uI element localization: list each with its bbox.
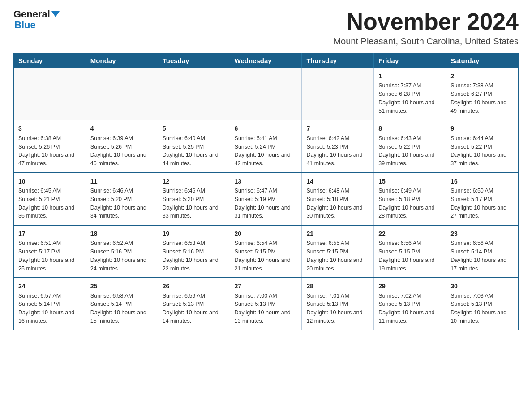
day-number: 29 (378, 282, 441, 291)
calendar-cell: 6Sunrise: 6:41 AM Sunset: 5:24 PM Daylig… (230, 120, 302, 172)
calendar-cell (14, 68, 86, 120)
day-info: Sunrise: 7:00 AM Sunset: 5:13 PM Dayligh… (235, 292, 297, 325)
calendar-header-cell: Saturday (446, 53, 518, 68)
calendar-header-cell: Sunday (14, 53, 86, 68)
calendar-cell: 19Sunrise: 6:53 AM Sunset: 5:16 PM Dayli… (158, 226, 230, 277)
calendar-header-cell: Thursday (302, 53, 374, 68)
calendar-cell: 21Sunrise: 6:55 AM Sunset: 5:15 PM Dayli… (302, 226, 374, 277)
calendar-header-cell: Monday (86, 53, 158, 68)
calendar-cell: 5Sunrise: 6:40 AM Sunset: 5:25 PM Daylig… (158, 120, 230, 172)
day-info: Sunrise: 7:38 AM Sunset: 6:27 PM Dayligh… (450, 81, 514, 115)
calendar-header-cell: Tuesday (158, 53, 230, 68)
calendar-cell: 28Sunrise: 7:01 AM Sunset: 5:13 PM Dayli… (302, 278, 374, 330)
day-info: Sunrise: 7:03 AM Sunset: 5:13 PM Dayligh… (450, 292, 514, 325)
calendar-cell: 2Sunrise: 7:38 AM Sunset: 6:27 PM Daylig… (446, 68, 518, 120)
calendar-cell (158, 68, 230, 120)
calendar-header: SundayMondayTuesdayWednesdayThursdayFrid… (14, 53, 518, 68)
calendar-cell: 10Sunrise: 6:45 AM Sunset: 5:21 PM Dayli… (14, 173, 86, 225)
location-subtitle: Mount Pleasant, South Carolina, United S… (333, 36, 519, 47)
day-number: 22 (378, 229, 441, 238)
day-number: 4 (90, 124, 153, 133)
calendar-cell: 25Sunrise: 6:58 AM Sunset: 5:14 PM Dayli… (86, 278, 158, 330)
calendar-row: 1Sunrise: 7:37 AM Sunset: 6:28 PM Daylig… (14, 68, 518, 120)
day-number: 12 (163, 177, 225, 186)
day-info: Sunrise: 6:49 AM Sunset: 5:18 PM Dayligh… (378, 187, 441, 220)
day-number: 16 (450, 177, 514, 186)
calendar-cell: 17Sunrise: 6:51 AM Sunset: 5:17 PM Dayli… (14, 226, 86, 277)
day-info: Sunrise: 6:56 AM Sunset: 5:15 PM Dayligh… (378, 239, 441, 273)
calendar-cell: 16Sunrise: 6:50 AM Sunset: 5:17 PM Dayli… (446, 173, 518, 225)
day-number: 28 (306, 282, 369, 291)
day-number: 8 (378, 124, 441, 133)
day-number: 2 (450, 72, 514, 81)
day-number: 25 (90, 282, 153, 291)
day-number: 21 (306, 229, 369, 238)
day-info: Sunrise: 6:44 AM Sunset: 5:22 PM Dayligh… (450, 134, 514, 168)
day-info: Sunrise: 6:54 AM Sunset: 5:15 PM Dayligh… (235, 239, 297, 273)
day-info: Sunrise: 7:37 AM Sunset: 6:28 PM Dayligh… (378, 81, 441, 115)
calendar-cell (86, 68, 158, 120)
day-number: 9 (450, 124, 514, 133)
day-number: 11 (90, 177, 153, 186)
day-number: 10 (18, 177, 81, 186)
calendar-row: 3Sunrise: 6:38 AM Sunset: 5:26 PM Daylig… (14, 120, 518, 172)
day-info: Sunrise: 6:59 AM Sunset: 5:13 PM Dayligh… (163, 292, 225, 325)
day-info: Sunrise: 6:56 AM Sunset: 5:14 PM Dayligh… (450, 239, 514, 273)
logo-text-general: General (13, 9, 50, 20)
calendar-cell: 3Sunrise: 6:38 AM Sunset: 5:26 PM Daylig… (14, 120, 86, 172)
day-info: Sunrise: 6:58 AM Sunset: 5:14 PM Dayligh… (90, 292, 153, 325)
calendar-cell: 11Sunrise: 6:46 AM Sunset: 5:20 PM Dayli… (86, 173, 158, 225)
calendar-cell: 29Sunrise: 7:02 AM Sunset: 5:13 PM Dayli… (374, 278, 446, 330)
day-info: Sunrise: 7:02 AM Sunset: 5:13 PM Dayligh… (378, 292, 441, 325)
page-header: General Blue November 2024 Mount Pleasan… (13, 9, 519, 47)
day-number: 20 (235, 229, 297, 238)
calendar-cell: 12Sunrise: 6:46 AM Sunset: 5:20 PM Dayli… (158, 173, 230, 225)
calendar-cell: 13Sunrise: 6:47 AM Sunset: 5:19 PM Dayli… (230, 173, 302, 225)
calendar-cell: 27Sunrise: 7:00 AM Sunset: 5:13 PM Dayli… (230, 278, 302, 330)
logo-triangle-icon (51, 11, 60, 17)
day-number: 6 (235, 124, 297, 133)
day-info: Sunrise: 6:46 AM Sunset: 5:20 PM Dayligh… (90, 187, 153, 220)
day-number: 7 (306, 124, 369, 133)
title-area: November 2024 Mount Pleasant, South Caro… (333, 9, 519, 47)
calendar-cell: 20Sunrise: 6:54 AM Sunset: 5:15 PM Dayli… (230, 226, 302, 277)
day-info: Sunrise: 6:48 AM Sunset: 5:18 PM Dayligh… (306, 187, 369, 220)
day-number: 17 (18, 229, 81, 238)
day-info: Sunrise: 6:41 AM Sunset: 5:24 PM Dayligh… (235, 134, 297, 168)
day-info: Sunrise: 6:51 AM Sunset: 5:17 PM Dayligh… (18, 239, 81, 273)
day-number: 15 (378, 177, 441, 186)
day-number: 3 (18, 124, 81, 133)
calendar-cell: 22Sunrise: 6:56 AM Sunset: 5:15 PM Dayli… (374, 226, 446, 277)
day-number: 26 (163, 282, 225, 291)
day-info: Sunrise: 6:53 AM Sunset: 5:16 PM Dayligh… (163, 239, 225, 273)
day-info: Sunrise: 6:40 AM Sunset: 5:25 PM Dayligh… (163, 134, 225, 168)
day-info: Sunrise: 6:55 AM Sunset: 5:15 PM Dayligh… (306, 239, 369, 273)
day-info: Sunrise: 6:42 AM Sunset: 5:23 PM Dayligh… (306, 134, 369, 168)
calendar-row: 17Sunrise: 6:51 AM Sunset: 5:17 PM Dayli… (14, 225, 518, 277)
calendar-row: 10Sunrise: 6:45 AM Sunset: 5:21 PM Dayli… (14, 172, 518, 225)
day-number: 24 (18, 282, 81, 291)
logo-area: General Blue (13, 9, 60, 30)
calendar-cell: 14Sunrise: 6:48 AM Sunset: 5:18 PM Dayli… (302, 173, 374, 225)
day-info: Sunrise: 6:50 AM Sunset: 5:17 PM Dayligh… (450, 187, 514, 220)
calendar-cell: 30Sunrise: 7:03 AM Sunset: 5:13 PM Dayli… (446, 278, 518, 330)
day-number: 1 (378, 72, 441, 81)
calendar-cell: 4Sunrise: 6:39 AM Sunset: 5:26 PM Daylig… (86, 120, 158, 172)
day-number: 14 (306, 177, 369, 186)
calendar-cell: 1Sunrise: 7:37 AM Sunset: 6:28 PM Daylig… (374, 68, 446, 120)
day-number: 30 (450, 282, 514, 291)
calendar-cell: 7Sunrise: 6:42 AM Sunset: 5:23 PM Daylig… (302, 120, 374, 172)
calendar-cell: 15Sunrise: 6:49 AM Sunset: 5:18 PM Dayli… (374, 173, 446, 225)
calendar-cell: 9Sunrise: 6:44 AM Sunset: 5:22 PM Daylig… (446, 120, 518, 172)
calendar: SundayMondayTuesdayWednesdayThursdayFrid… (13, 53, 519, 330)
calendar-row: 24Sunrise: 6:57 AM Sunset: 5:14 PM Dayli… (14, 277, 518, 330)
logo-text-blue: Blue (14, 19, 36, 30)
day-number: 18 (90, 229, 153, 238)
calendar-header-cell: Friday (374, 53, 446, 68)
calendar-header-cell: Wednesday (230, 53, 302, 68)
month-title: November 2024 (333, 9, 519, 34)
day-number: 5 (163, 124, 225, 133)
day-info: Sunrise: 6:38 AM Sunset: 5:26 PM Dayligh… (18, 134, 81, 168)
day-info: Sunrise: 6:52 AM Sunset: 5:16 PM Dayligh… (90, 239, 153, 273)
day-number: 27 (235, 282, 297, 291)
